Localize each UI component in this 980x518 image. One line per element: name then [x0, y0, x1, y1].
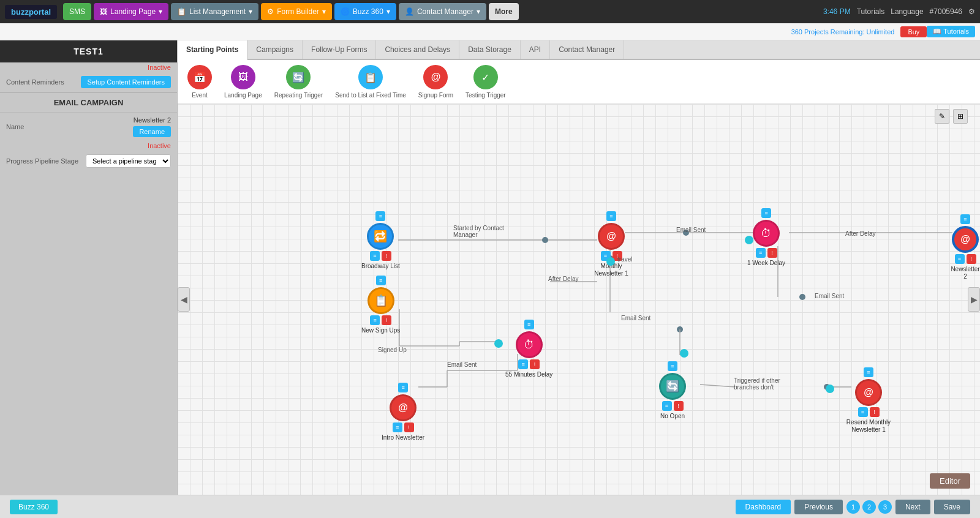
badge-red-rm: ! [870, 407, 880, 417]
node-resend-monthly[interactable]: ≡ @ ≡ ! Resend Monthly Newsletter 1 [844, 367, 893, 434]
monthly-newsletter-icon: @ [598, 223, 625, 250]
badge-row-n2: ≡ ! [955, 254, 976, 264]
sms-nav-button[interactable]: SMS [63, 3, 91, 20]
step-indicators: 1 2 3 [846, 500, 892, 514]
55min-delay-icon: ⏱ [516, 331, 543, 358]
canvas-right-arrow[interactable]: ▶ [968, 287, 980, 312]
sp-landing-page[interactable]: 🖼 Landing Page [224, 65, 262, 99]
sp-testing-trigger[interactable]: ✓ Testing Trigger [466, 65, 506, 99]
badge-row-wd: ≡ ! [756, 248, 777, 258]
repeating-icon: 🔄 [286, 65, 311, 89]
badge-blue-n2: ≡ [960, 214, 970, 224]
setup-content-reminders-button[interactable]: Setup Content Reminders [81, 76, 171, 88]
grid-icon[interactable]: ⊞ [953, 109, 968, 124]
newsletter2-icon: @ [952, 226, 979, 253]
badge-blue-no: ≡ [668, 361, 677, 371]
badge-blue-rm: ≡ [864, 367, 873, 377]
buzz360-nav-button[interactable]: 🌀 Buzz 360 ▾ [334, 3, 396, 20]
badge-red-ns: ! [382, 315, 391, 325]
sp-send-list[interactable]: 📋 Send to List at Fixed Time [335, 65, 406, 99]
tab-followup-forms[interactable]: Follow-Up Forms [303, 40, 376, 59]
email-status: Inactive [0, 141, 177, 151]
badge-blue-55: ≡ [524, 320, 534, 329]
step-3[interactable]: 3 [878, 500, 892, 514]
tab-choices-delays[interactable]: Choices and Delays [376, 40, 459, 59]
more-nav-button[interactable]: More [489, 3, 519, 20]
node-broadway-list[interactable]: ≡ 🔁 ≡ ! Broadway List [361, 211, 400, 270]
tab-contact-manager[interactable]: Contact Manager [550, 40, 624, 59]
list-management-nav-button[interactable]: 📋 List Management ▾ [171, 3, 258, 20]
badge-row-rm: ≡ ! [858, 407, 880, 417]
settings-icon[interactable]: ⚙ [968, 7, 975, 16]
editor-button[interactable]: Editor [930, 473, 970, 489]
pipeline-select[interactable]: Select a pipeline stag [86, 154, 171, 168]
badge-red-wd: ! [767, 248, 777, 258]
logo: buzzportal [5, 5, 57, 19]
step-1[interactable]: 1 [846, 500, 860, 514]
testing-icon: ✓ [473, 65, 498, 89]
node-monthly-newsletter-1[interactable]: ≡ @ ≡ ! Monthly Newsletter 1 [587, 211, 636, 277]
badge-blue-mn: ≡ [606, 211, 616, 221]
connector-dot-2 [606, 257, 615, 266]
step-2[interactable]: 2 [862, 500, 876, 514]
badge-row-55: ≡ ! [518, 359, 540, 369]
node-intro-newsletter[interactable]: ≡ @ ≡ ! Intro Newsletter [382, 383, 424, 441]
tab-api[interactable]: API [521, 40, 550, 59]
connector-dot-3 [680, 349, 688, 358]
node-newsletter-2[interactable]: ≡ @ ≡ ! Newsletter 2 [951, 214, 980, 280]
contact-manager-nav-button[interactable]: 👤 Contact Manager ▾ [399, 3, 486, 20]
buzz360-bottom-button[interactable]: Buzz 360 [10, 500, 58, 514]
email-campaign-title: EMAIL CAMPAIGN [0, 92, 177, 113]
tab-campaigns[interactable]: Campaigns [247, 40, 303, 59]
tutorials-button[interactable]: 📖 Tutorials [927, 26, 975, 37]
project-status: Inactive [0, 62, 177, 72]
node-new-sign-ups[interactable]: ≡ 📋 ≡ ! New Sign Ups [361, 276, 400, 334]
sp-event[interactable]: 📅 Event [187, 65, 212, 99]
language-selector[interactable]: Language [891, 7, 923, 16]
event-label: Event [192, 92, 208, 99]
badge-blue-wd: ≡ [761, 208, 771, 218]
sub-navigation: 360 Projects Remaining: Unlimited Buy 📖 … [0, 23, 980, 40]
badge-blue-in2: ≡ [393, 422, 402, 432]
event-icon: 📅 [187, 65, 212, 89]
save-button[interactable]: Save [934, 500, 970, 514]
newsletter2-label: Newsletter 2 [951, 266, 980, 280]
badge-blue-wd2: ≡ [756, 248, 766, 258]
dashboard-button[interactable]: Dashboard [736, 500, 791, 514]
label-after-delay-right: After Delay [845, 230, 875, 237]
new-sign-ups-icon: 📋 [368, 287, 394, 314]
buy-button[interactable]: Buy [900, 26, 927, 37]
sp-repeating-trigger[interactable]: 🔄 Repeating Trigger [274, 65, 323, 99]
current-time: 3:46 PM [823, 7, 851, 16]
previous-button[interactable]: Previous [794, 500, 843, 514]
landing-page-nav-button[interactable]: 🖼 Landing Page ▾ [94, 3, 168, 20]
workflow-canvas[interactable]: ◀ ▶ ✎ ⊞ [178, 104, 980, 495]
broadway-list-icon: 🔁 [367, 223, 394, 250]
rename-button[interactable]: Rename [133, 126, 171, 137]
tab-data-storage[interactable]: Data Storage [459, 40, 521, 59]
svg-point-20 [677, 326, 683, 332]
tutorials-link[interactable]: Tutorials [857, 7, 885, 16]
tab-starting-points[interactable]: Starting Points [178, 40, 247, 60]
node-no-open[interactable]: ≡ 🔄 ≡ ! No Open [659, 361, 686, 420]
left-panel: TEST1 Inactive Content Reminders Setup C… [0, 40, 178, 495]
label-email-sent-1: Email Sent [676, 227, 706, 233]
logo-text: buzzportal [11, 7, 51, 17]
sp-signup-form[interactable]: @ Signup Form [418, 65, 453, 99]
label-after-delay-lower: After Delay [548, 276, 578, 282]
badge-blue-552: ≡ [518, 359, 528, 369]
label-triggered: Triggered if other branches don't [734, 377, 789, 391]
top-navigation: buzzportal SMS 🖼 Landing Page ▾ 📋 List M… [0, 0, 980, 23]
svg-point-2 [542, 237, 548, 243]
badge-blue-no2: ≡ [662, 401, 672, 411]
next-button[interactable]: Next [895, 500, 930, 514]
badge-blue: ≡ [375, 211, 385, 221]
pencil-icon[interactable]: ✎ [935, 109, 949, 124]
tab-bar: Starting Points Campaigns Follow-Up Form… [178, 40, 980, 60]
signup-label: Signup Form [418, 92, 453, 99]
label-email-sent-55: Email Sent [447, 361, 477, 368]
canvas-left-arrow[interactable]: ◀ [178, 287, 190, 312]
form-builder-nav-button[interactable]: ⚙ Form Builder ▾ [261, 3, 332, 20]
node-55-minutes-delay[interactable]: ≡ ⏱ ≡ ! 55 Minutes Delay [505, 320, 552, 378]
label-travel: travel [617, 256, 632, 263]
